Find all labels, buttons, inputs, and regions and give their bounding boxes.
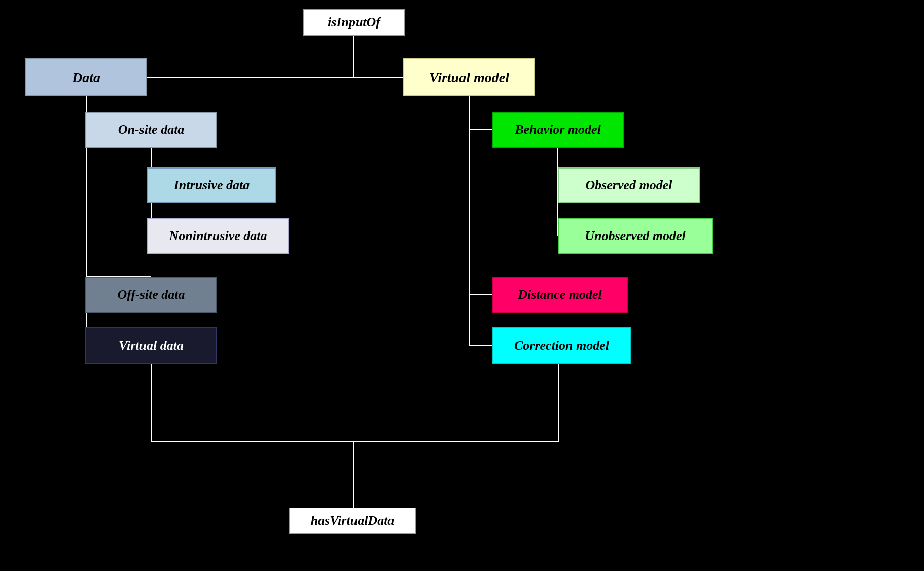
intrusive-data-node: Intrusive data xyxy=(147,167,276,203)
diagram-container: isInputOf Data Virtual model On-site dat… xyxy=(0,0,924,571)
nonintrusive-data-node: Nonintrusive data xyxy=(147,218,289,254)
offsite-data-node: Off-site data xyxy=(85,277,217,313)
distance-model-node: Distance model xyxy=(492,277,628,313)
virtual-data-node: Virtual data xyxy=(85,327,217,364)
behavior-model-node: Behavior model xyxy=(492,112,624,148)
observed-model-node: Observed model xyxy=(558,167,700,203)
has-virtual-data-label: hasVirtualData xyxy=(289,508,416,534)
unobserved-model-node: Unobserved model xyxy=(558,218,713,254)
correction-model-node: Correction model xyxy=(492,327,631,364)
data-node: Data xyxy=(25,58,147,96)
virtual-model-node: Virtual model xyxy=(403,58,535,96)
onsite-data-node: On-site data xyxy=(85,112,217,148)
is-input-of-label: isInputOf xyxy=(303,9,405,36)
